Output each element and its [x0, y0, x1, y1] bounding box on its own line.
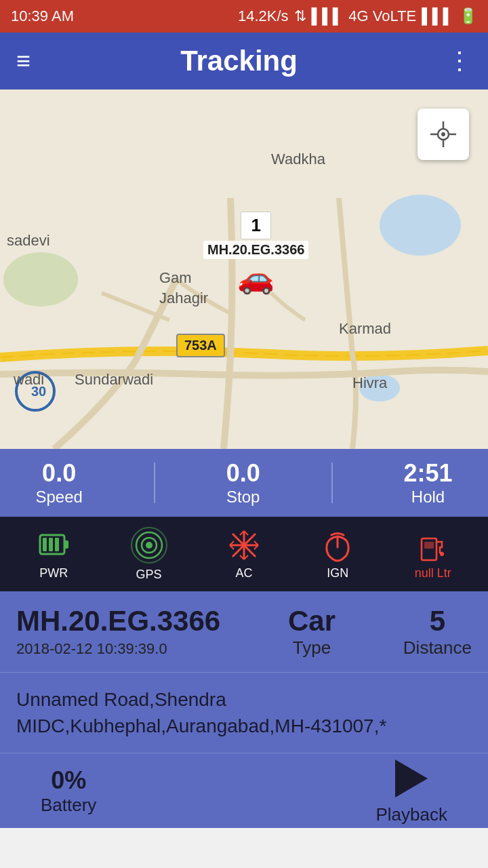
vehicle-distance-value: 5	[430, 605, 445, 637]
network-speed: 14.2K/s	[238, 7, 289, 25]
vehicle-distance-section: 5 Distance	[403, 605, 472, 658]
ign-icon-item[interactable]: IGN	[321, 528, 354, 580]
car-icon: 🚗	[237, 260, 274, 296]
address-text: Unnamed Road,Shendra MIDC,Kubhephal,Aura…	[16, 686, 472, 739]
more-options-icon[interactable]: ⋮	[447, 47, 472, 75]
vehicle-info-section: MH.20.EG.3366 2018-02-12 10:39:39.0 Car …	[0, 591, 488, 673]
svg-point-1	[3, 252, 78, 307]
pwr-label: PWR	[39, 566, 68, 580]
speed-value: 0.0	[42, 459, 76, 488]
menu-icon[interactable]: ≡	[16, 47, 30, 75]
signal-bars-2-icon: ▌▌▌	[422, 7, 453, 25]
svg-rect-14	[43, 538, 47, 551]
battery-icon: 🔋	[459, 7, 477, 25]
vehicle-type-section: Car Type	[288, 605, 336, 658]
stat-divider-2	[331, 462, 333, 503]
vehicle-distance-label: Distance	[403, 637, 472, 658]
stop-stat: 0.0 Stop	[226, 459, 260, 507]
gps-label: GPS	[136, 568, 162, 582]
svg-point-2	[380, 195, 461, 256]
gps-icon-item[interactable]: GPS	[131, 527, 167, 582]
vehicle-marker[interactable]: 1 MH.20.EG.3366 🚗	[203, 212, 308, 296]
bottom-bar: 0% Battery Playback	[0, 753, 488, 828]
ign-label: IGN	[327, 566, 348, 580]
map-label-jahagir: Jahagir	[159, 290, 208, 307]
svg-rect-16	[55, 538, 59, 551]
hold-value: 2:51	[403, 459, 452, 488]
vehicle-plate-section: MH.20.EG.3366 2018-02-12 10:39:39.0	[16, 605, 220, 658]
playback-label: Playback	[376, 804, 448, 825]
speed-stat: 0.0 Speed	[35, 459, 82, 507]
status-time: 10:39 AM	[11, 7, 74, 25]
vehicle-plate-number: MH.20.EG.3366	[16, 605, 220, 637]
vehicle-type-label: Type	[293, 637, 331, 658]
svg-rect-13	[64, 540, 68, 549]
page-title: Tracking	[180, 45, 298, 77]
signal-icon: ⇅	[294, 7, 306, 25]
map-label-gam: Gam	[159, 269, 192, 287]
marker-plate: MH.20.EG.3366	[203, 241, 308, 259]
marker-number: 1	[241, 212, 270, 239]
map-label-sadevi: sadevi	[7, 232, 50, 250]
gps-icon	[131, 527, 167, 564]
pwr-icon-item[interactable]: PWR	[37, 528, 70, 580]
playback-button[interactable]	[390, 757, 433, 800]
device-icons-bar: PWR GPS	[0, 517, 488, 591]
map-label-hivra: Hivra	[352, 374, 387, 392]
battery-label: Battery	[41, 795, 96, 816]
svg-point-17	[146, 542, 152, 549]
map-label-wadkha: Wadkha	[271, 151, 325, 168]
svg-point-7	[441, 132, 445, 136]
svg-point-36	[440, 552, 444, 556]
battery-section: 0% Battery	[41, 766, 96, 816]
battery-percentage: 0%	[51, 766, 86, 795]
fuel-icon-item[interactable]: null Ltr	[415, 528, 451, 580]
map-label-karmad: Karmad	[339, 320, 391, 338]
ignition-icon	[321, 528, 354, 562]
signal-bars-icon: ▌▌▌	[312, 7, 344, 25]
fuel-pump-icon	[416, 528, 450, 562]
ac-icon-item[interactable]: AC	[227, 528, 261, 580]
address-section: Unnamed Road,Shendra MIDC,Kubhephal,Aura…	[0, 673, 488, 753]
svg-rect-34	[422, 538, 436, 560]
road-badge: 753A	[176, 334, 225, 357]
speed-label: Speed	[35, 488, 82, 507]
map-view[interactable]: 30 Wadkha sadevi Gam Jahagir Karmad Sund…	[0, 90, 488, 449]
battery-icon	[37, 528, 70, 562]
map-label-sundarwadi: Sundarwadi	[75, 371, 153, 389]
locate-me-button[interactable]	[418, 108, 469, 160]
hold-stat: 2:51 Hold	[403, 459, 452, 507]
stat-divider-1	[154, 462, 155, 503]
play-triangle-icon	[395, 760, 428, 797]
vehicle-type-value: Car	[288, 605, 336, 637]
map-label-wadi: wadi	[14, 371, 44, 389]
stats-bar: 0.0 Speed 0.0 Stop 2:51 Hold	[0, 449, 488, 517]
svg-rect-15	[49, 538, 53, 551]
snowflake-icon	[227, 528, 261, 562]
svg-rect-35	[424, 542, 434, 549]
playback-section[interactable]: Playback	[376, 757, 448, 825]
status-bar: 10:39 AM 14.2K/s ⇅ ▌▌▌ 4G VoLTE ▌▌▌ 🔋	[0, 0, 488, 33]
stop-value: 0.0	[226, 459, 260, 488]
stop-label: Stop	[226, 488, 260, 507]
network-type: 4G VoLTE	[348, 7, 416, 25]
vehicle-datetime: 2018-02-12 10:39:39.0	[16, 640, 220, 658]
hold-label: Hold	[411, 488, 445, 507]
ac-label: AC	[235, 566, 252, 580]
fuel-label: null Ltr	[415, 566, 451, 580]
app-header: ≡ Tracking ⋮	[0, 33, 488, 90]
